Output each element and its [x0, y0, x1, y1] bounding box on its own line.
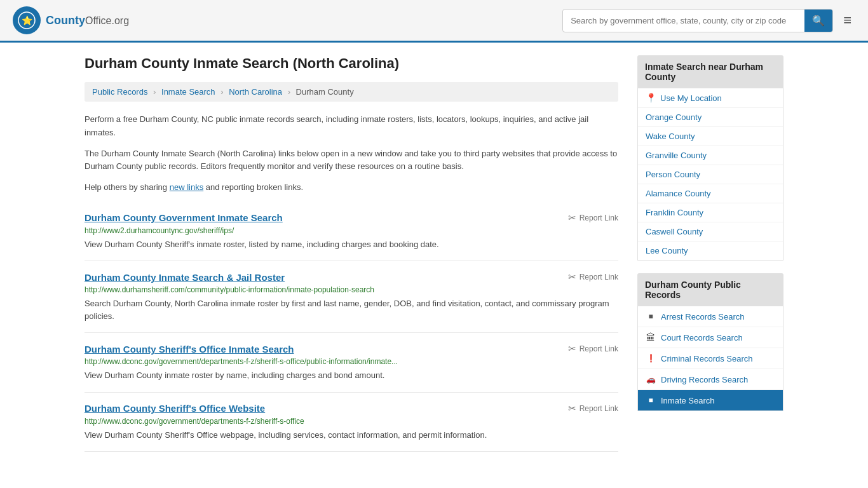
inmate-icon: ■ [646, 395, 656, 405]
breadcrumb-sep-2: › [220, 87, 223, 97]
result-desc-2: Search Durham County, North Carolina inm… [85, 297, 618, 322]
report-icon-2: ✂ [568, 271, 576, 283]
breadcrumb-item-north-carolina[interactable]: North Carolina [229, 87, 282, 97]
breadcrumb-sep-1: › [153, 87, 156, 97]
site-header: ⭐ CountyOffice.org 🔍 ≡ [0, 0, 868, 43]
sidebar-item-alamance[interactable]: Alamance County [638, 184, 783, 203]
arrest-icon: ■ [646, 311, 656, 322]
sidebar-nearby-section: Inmate Search near Durham County 📍 Use M… [637, 55, 783, 261]
sidebar-records-driving[interactable]: 🚗 Driving Records Search [638, 369, 783, 390]
breadcrumb: Public Records › Inmate Search › North C… [85, 82, 618, 102]
breadcrumb-item-public-records[interactable]: Public Records [92, 87, 147, 97]
sidebar-item-orange[interactable]: Orange County [638, 108, 783, 127]
sidebar-nearby-header: Inmate Search near Durham County [637, 55, 783, 88]
sidebar-item-person[interactable]: Person County [638, 165, 783, 184]
report-icon-3: ✂ [568, 343, 576, 355]
main-container: Durham County Inmate Search (North Carol… [72, 43, 796, 464]
report-link-3[interactable]: ✂ Report Link [568, 343, 618, 355]
description-1: Perform a free Durham County, NC public … [85, 113, 618, 140]
page-title: Durham County Inmate Search (North Carol… [85, 55, 618, 72]
result-desc-1: View Durham County Sheriff's inmate rost… [85, 238, 618, 251]
logo-icon: ⭐ [13, 6, 41, 34]
result-title-3[interactable]: Durham County Sheriff's Office Inmate Se… [85, 344, 294, 355]
sidebar-records-court[interactable]: 🏛 Court Records Search [638, 327, 783, 348]
report-icon-4: ✂ [568, 403, 576, 414]
sidebar-records-inmate[interactable]: ■ Inmate Search [638, 390, 783, 410]
criminal-icon: ❗ [646, 353, 656, 363]
sidebar-item-lee[interactable]: Lee County [638, 241, 783, 260]
result-url-4[interactable]: http://www.dconc.gov/government/departme… [85, 417, 618, 426]
content-area: Durham County Inmate Search (North Carol… [85, 55, 618, 452]
sidebar-item-wake[interactable]: Wake County [638, 127, 783, 146]
court-icon: 🏛 [646, 332, 656, 342]
sidebar-records-section: Durham County Public Records ■ Arrest Re… [637, 273, 783, 411]
result-desc-3: View Durham County inmate roster by name… [85, 369, 618, 382]
sidebar-item-granville[interactable]: Granville County [638, 146, 783, 165]
breadcrumb-item-inmate-search[interactable]: Inmate Search [161, 87, 215, 97]
new-links-link[interactable]: new links [170, 182, 203, 192]
description-3: Help others by sharing new links and rep… [85, 181, 618, 194]
search-bar: 🔍 [562, 9, 833, 32]
sidebar-records-list: ■ Arrest Records Search 🏛 Court Records … [637, 306, 783, 411]
logo-area: ⭐ CountyOffice.org [13, 6, 129, 34]
sidebar-nearby-list: 📍 Use My Location Orange County Wake Cou… [637, 88, 783, 261]
report-icon-1: ✂ [568, 212, 576, 224]
report-link-4[interactable]: ✂ Report Link [568, 403, 618, 414]
use-my-location-link[interactable]: Use My Location [660, 93, 722, 103]
search-input[interactable] [563, 11, 804, 30]
report-link-2[interactable]: ✂ Report Link [568, 271, 618, 283]
sidebar: Inmate Search near Durham County 📍 Use M… [637, 55, 783, 452]
result-url-1[interactable]: http://www2.durhamcountync.gov/sheriff/i… [85, 226, 618, 235]
menu-icon[interactable]: ≡ [839, 8, 855, 32]
result-url-3[interactable]: http://www.dconc.gov/government/departme… [85, 357, 618, 366]
report-link-1[interactable]: ✂ Report Link [568, 212, 618, 224]
result-desc-4: View Durham County Sheriff's Office webp… [85, 429, 618, 442]
sidebar-records-header: Durham County Public Records [637, 273, 783, 306]
result-card-2: Durham County Inmate Search & Jail Roste… [85, 261, 618, 333]
header-right: 🔍 ≡ [562, 8, 855, 32]
logo-text: CountyOffice.org [46, 14, 129, 27]
svg-text:⭐: ⭐ [22, 15, 33, 26]
sidebar-item-caswell[interactable]: Caswell County [638, 222, 783, 241]
sidebar-records-criminal[interactable]: ❗ Criminal Records Search [638, 348, 783, 369]
location-pin-icon: 📍 [646, 93, 656, 103]
result-title-4[interactable]: Durham County Sheriff's Office Website [85, 403, 265, 414]
sidebar-item-franklin[interactable]: Franklin County [638, 203, 783, 222]
result-title-1[interactable]: Durham County Government Inmate Search [85, 212, 283, 223]
breadcrumb-sep-3: › [288, 87, 290, 97]
result-card-3: Durham County Sheriff's Office Inmate Se… [85, 333, 618, 393]
sidebar-item-location[interactable]: 📍 Use My Location [638, 88, 783, 108]
description-2: The Durham County Inmate Search (North C… [85, 147, 618, 174]
search-button[interactable]: 🔍 [804, 10, 832, 32]
result-url-2[interactable]: http://www.durhamsheriff.com/community/p… [85, 285, 618, 294]
result-card-1: Durham County Government Inmate Search ✂… [85, 202, 618, 262]
breadcrumb-item-durham-county: Durham County [296, 87, 354, 97]
result-title-2[interactable]: Durham County Inmate Search & Jail Roste… [85, 272, 285, 283]
driving-icon: 🚗 [646, 374, 656, 384]
sidebar-records-arrest[interactable]: ■ Arrest Records Search [638, 306, 783, 327]
result-card-4: Durham County Sheriff's Office Website ✂… [85, 393, 618, 452]
